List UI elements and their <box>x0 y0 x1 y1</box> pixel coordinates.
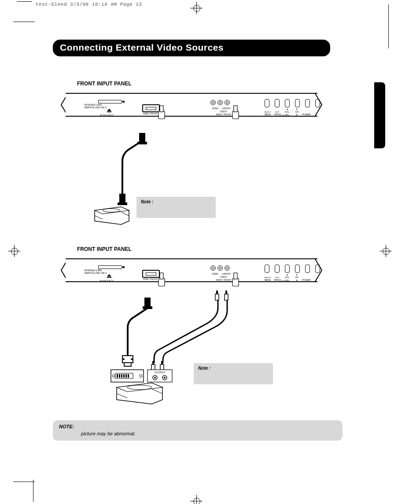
bottom-note-heading: NOTE: <box>59 424 74 429</box>
panel-button-icon <box>285 265 290 273</box>
panel-button-icon <box>265 99 269 107</box>
text: INPUT- FRONT <box>208 279 239 282</box>
panel-cut-edge-icon <box>315 257 324 284</box>
card-slot-icon <box>98 100 122 103</box>
push-eject-label: PUSH EJECT <box>100 114 114 117</box>
hdmi-port-icon <box>142 104 160 112</box>
section-heading: FRONT INPUT PANEL <box>77 81 330 87</box>
svg-point-15 <box>123 358 125 360</box>
svg-rect-12 <box>143 306 152 309</box>
dvi-device-icon <box>111 370 144 382</box>
page: test-bleed 3/3/06 10:18 AM Page 13 Conne… <box>0 0 420 504</box>
output-label: OUTPUT <box>155 371 166 374</box>
eject-icon <box>107 274 111 278</box>
panel-button-icon <box>265 265 269 273</box>
rca-jack-icon <box>210 100 216 105</box>
print-slug: test-bleed 3/3/06 10:18 AM Page 13 <box>36 2 142 7</box>
audio-output-box-icon <box>147 370 172 382</box>
front-panel-diagram: UPGRADE CARD (SERVICE USE ONLY) PUSH EJE… <box>59 91 324 118</box>
svg-rect-31 <box>152 361 154 364</box>
bottom-note: NOTE: picture may be abnormal. <box>53 420 343 441</box>
page-title: Connecting External Video Sources <box>53 40 330 56</box>
hdmi-to-dvi-cable-icon <box>122 298 152 366</box>
svg-point-37 <box>154 377 156 379</box>
svg-rect-20 <box>119 374 120 378</box>
svg-point-39 <box>164 377 166 379</box>
svg-point-26 <box>140 375 142 377</box>
content-column: Connecting External Video Sources FRONT … <box>53 40 330 284</box>
cursor-label: CURSOR <box>280 114 290 116</box>
rca-jack-icon <box>225 265 230 271</box>
panel-button-icon <box>285 99 290 107</box>
svg-rect-11 <box>144 298 151 306</box>
av-labels: VIDEO L/MONO R AUDIO INPUT- FRONT <box>208 272 239 282</box>
front-panel-diagram: UPGRADE CARD (SERVICE USE ONLY) PUSH EJE… <box>59 257 324 284</box>
eject-icon <box>107 109 111 112</box>
svg-rect-18 <box>115 373 133 379</box>
note-callout: Note : <box>136 197 216 218</box>
svg-rect-23 <box>125 374 127 378</box>
panel-button-icon <box>305 99 310 107</box>
text: (SERVICE USE ONLY) <box>84 106 107 109</box>
svg-point-40 <box>127 385 152 390</box>
push-eject-label: PUSH EJECT <box>100 280 114 282</box>
text: (SERVICE USE ONLY) <box>84 272 107 274</box>
crop-line <box>13 482 35 482</box>
svg-rect-24 <box>128 374 129 378</box>
upgrade-card-label: UPGRADE CARD (SERVICE USE ONLY) <box>84 269 107 274</box>
crop-line <box>388 4 389 48</box>
text: SELECT <box>263 276 273 279</box>
crop-line <box>33 480 33 502</box>
panel-body: UPGRADE CARD (SERVICE USE ONLY) PUSH EJE… <box>66 258 317 282</box>
svg-rect-34 <box>160 364 164 371</box>
crop-line <box>13 22 35 22</box>
svg-rect-14 <box>124 363 131 366</box>
text: SELECT <box>263 111 273 113</box>
svg-rect-21 <box>121 374 122 378</box>
card-slot-icon <box>98 265 122 269</box>
svg-rect-28 <box>215 294 219 300</box>
note-label: Note : <box>198 366 210 371</box>
crop-line <box>17 1 32 2</box>
rca-jack-icon <box>210 265 216 271</box>
panel-cut-edge-icon <box>315 91 324 118</box>
rca-jack-icon <box>217 100 223 105</box>
text: VIDEO L/MONO R <box>208 272 239 276</box>
svg-rect-33 <box>161 361 163 364</box>
cursor-label: CURSOR <box>280 280 290 282</box>
hdmi-label: HDMI- FRONT <box>143 112 158 115</box>
text: EXIT <box>273 111 282 113</box>
panel-body: UPGRADE CARD (SERVICE USE ONLY) PUSH EJE… <box>66 93 317 117</box>
svg-rect-35 <box>147 370 172 382</box>
text: AUDIO <box>208 110 239 113</box>
svg-rect-22 <box>123 374 125 378</box>
hdmi-port-icon <box>142 270 160 278</box>
panel-button-icon <box>275 265 280 273</box>
section-tab <box>374 82 385 148</box>
registration-mark-icon <box>190 2 203 14</box>
svg-rect-19 <box>117 374 118 378</box>
text: POWER <box>302 279 311 281</box>
svg-point-16 <box>131 358 133 360</box>
svg-rect-17 <box>111 370 144 382</box>
svg-rect-30 <box>225 294 228 300</box>
text: EXIT <box>273 276 282 279</box>
panel-button-icon <box>295 265 300 273</box>
panel-button-icon <box>305 265 310 273</box>
section-heading: FRONT INPUT PANEL <box>77 246 330 252</box>
panel-button-icon <box>295 99 300 107</box>
text: MENU <box>263 279 273 281</box>
rca-jack-icon <box>217 265 223 271</box>
text: VIDEO L/MONO R <box>208 107 239 110</box>
hdmi-label: HDMI- FRONT <box>143 278 158 280</box>
registration-mark-icon <box>8 245 20 257</box>
registration-mark-icon <box>190 495 203 504</box>
av-labels: VIDEO L/MONO R AUDIO INPUT- FRONT <box>208 107 239 116</box>
upgrade-card-label: UPGRADE CARD (SERVICE USE ONLY) <box>84 103 107 109</box>
svg-rect-32 <box>151 364 155 371</box>
note-callout: Note : <box>194 363 273 384</box>
svg-rect-29 <box>225 291 227 294</box>
svg-point-38 <box>162 375 167 380</box>
svg-rect-27 <box>216 291 218 294</box>
svg-line-42 <box>152 389 162 394</box>
